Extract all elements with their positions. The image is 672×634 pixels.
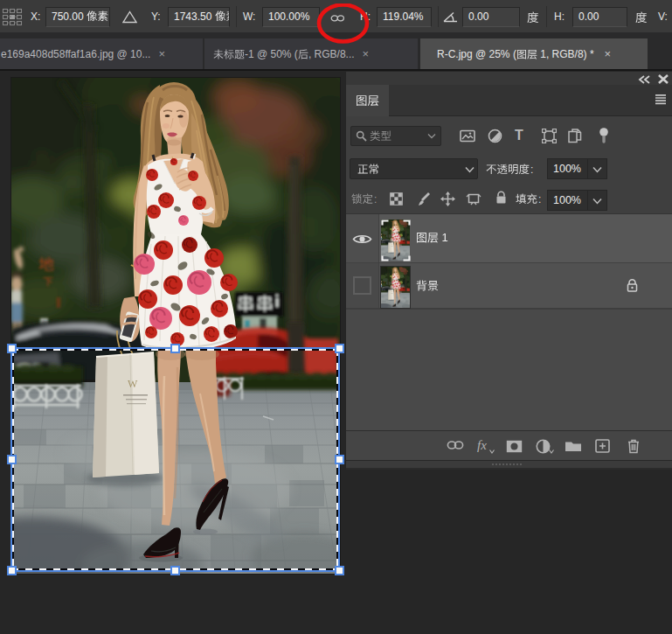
svg-text:W: W <box>128 378 138 390</box>
